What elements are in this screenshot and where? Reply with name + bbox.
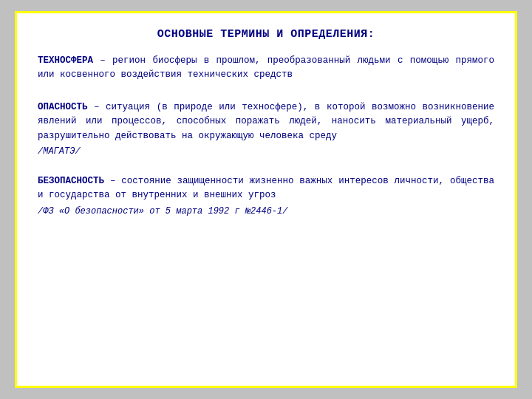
section-safety: БЕЗОПАСНОСТЬ – состояние защищенности жи… — [38, 174, 494, 216]
technosphere-term: ТЕХНОСФЕРА — [38, 55, 93, 66]
slide: ОСНОВНЫЕ ТЕРМИНЫ И ОПРЕДЕЛЕНИЯ: ТЕХНОСФЕ… — [15, 11, 517, 388]
technosphere-text: ТЕХНОСФЕРА – регион биосферы в прошлом, … — [38, 54, 494, 83]
safety-definition: – состояние защищенности жизненно важных… — [38, 176, 494, 200]
slide-title: ОСНОВНЫЕ ТЕРМИНЫ И ОПРЕДЕЛЕНИЯ: — [38, 28, 494, 41]
section-technosphere: ТЕХНОСФЕРА – регион биосферы в прошлом, … — [38, 54, 494, 83]
safety-reference: /ФЗ «О безопасности» от 5 марта 1992 г №… — [38, 206, 494, 216]
danger-reference: /МАГАТЭ/ — [38, 146, 494, 157]
danger-text: ОПАСНОСТЬ – ситуация (в природе или техн… — [38, 100, 494, 143]
section-danger: ОПАСНОСТЬ – ситуация (в природе или техн… — [38, 100, 494, 157]
danger-definition: – ситуация (в природе или техносфере), в… — [38, 102, 494, 141]
danger-term: ОПАСНОСТЬ — [38, 102, 88, 112]
safety-term: БЕЗОПАСНОСТЬ — [38, 176, 104, 186]
safety-text: БЕЗОПАСНОСТЬ – состояние защищенности жи… — [38, 174, 494, 203]
technosphere-definition: – регион биосферы в прошлом, преобразова… — [38, 55, 494, 80]
